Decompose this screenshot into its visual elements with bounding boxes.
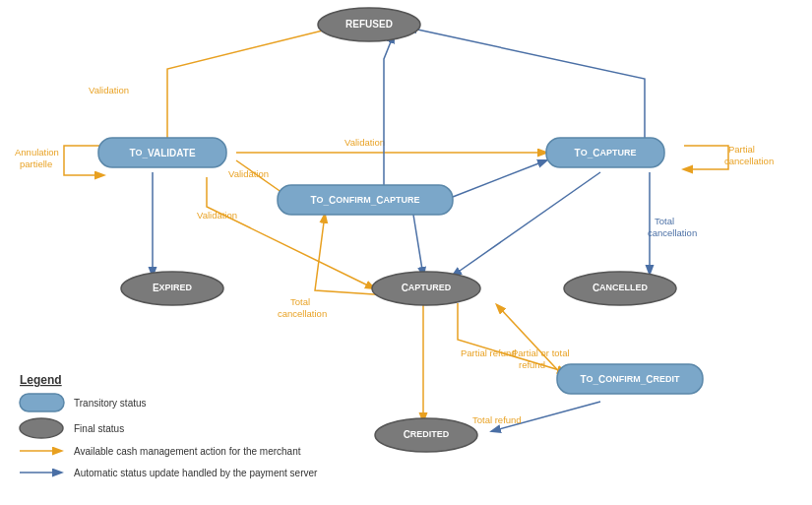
svg-text:cancellation: cancellation <box>278 308 327 319</box>
svg-text:refund: refund <box>519 359 545 370</box>
legend-orange-arrow: Available cash management action for the… <box>74 446 301 457</box>
to-confirm-capture-label: TO_CONFIRM_CAPTURE <box>310 195 419 206</box>
legend-title: Legend <box>20 373 62 387</box>
svg-rect-25 <box>20 394 64 411</box>
svg-point-26 <box>20 418 63 438</box>
to-confirm-credit-label: TO_CONFIRM_CREDIT <box>580 374 680 385</box>
svg-text:Total: Total <box>655 216 674 226</box>
svg-text:Total: Total <box>290 296 310 307</box>
expired-label: EXPIRED <box>153 283 193 293</box>
svg-text:Partial refund: Partial refund <box>461 347 517 358</box>
svg-text:Validation: Validation <box>89 85 129 95</box>
svg-text:Total refund: Total refund <box>472 414 522 425</box>
credited-label: CREDITED <box>404 429 450 440</box>
cancelled-label: CANCELLED <box>593 283 649 293</box>
svg-text:Partial or total: Partial or total <box>512 347 570 358</box>
to-capture-label: TO_CAPTURE <box>575 148 637 158</box>
svg-text:partielle: partielle <box>20 158 52 169</box>
svg-text:Validation: Validation <box>344 137 385 148</box>
svg-text:Partial: Partial <box>728 144 755 155</box>
legend-final: Final status <box>74 423 124 434</box>
legend-transitory: Transitory status <box>74 398 147 409</box>
svg-text:Validation: Validation <box>197 210 237 221</box>
svg-text:Annulation: Annulation <box>15 147 59 158</box>
svg-text:Validation: Validation <box>228 168 269 179</box>
svg-text:cancellation: cancellation <box>648 227 697 238</box>
svg-text:cancellation: cancellation <box>724 156 774 166</box>
legend-blue-arrow: Automatic status update handled by the p… <box>74 468 318 478</box>
refused-label: REFUSED <box>345 19 393 30</box>
to-validate-label: TO_VALIDATE <box>129 148 196 158</box>
captured-label: CAPTURED <box>402 283 452 293</box>
